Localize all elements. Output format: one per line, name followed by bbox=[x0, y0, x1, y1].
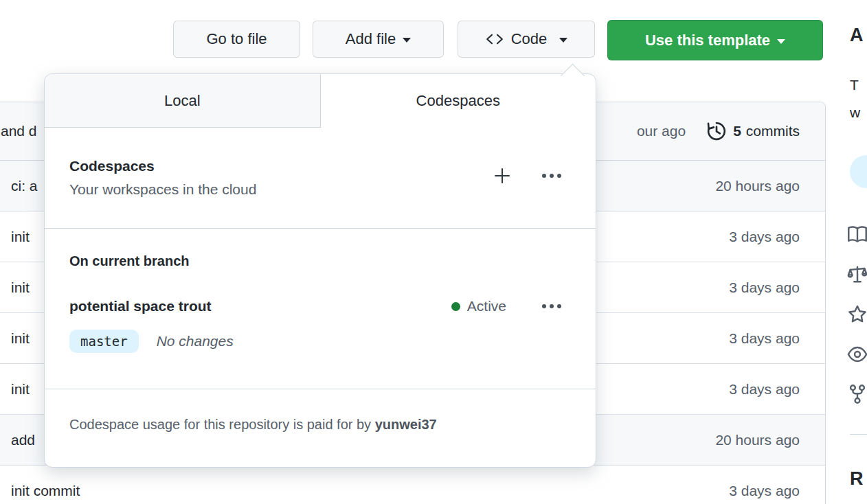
codespace-name-link[interactable]: potential space trout bbox=[69, 298, 451, 314]
commit-time: 3 days ago bbox=[729, 381, 800, 398]
commit-time: 20 hours ago bbox=[715, 178, 800, 194]
status-label: Active bbox=[467, 298, 506, 314]
dropdown-tabs: Local Codespaces bbox=[45, 74, 596, 128]
chevron-down-icon bbox=[403, 38, 411, 43]
add-file-label: Add file bbox=[346, 30, 396, 48]
codespaces-kebab-icon[interactable] bbox=[542, 174, 561, 178]
chevron-down-icon bbox=[777, 39, 785, 44]
no-changes-label: No changes bbox=[157, 333, 234, 350]
codespace-kebab-icon[interactable] bbox=[542, 304, 571, 308]
go-to-file-label: Go to file bbox=[206, 30, 267, 48]
tab-local[interactable]: Local bbox=[45, 74, 321, 128]
sidebar-divider bbox=[850, 434, 867, 435]
codespace-usage-footer: Codespace usage for this repository is p… bbox=[45, 389, 596, 433]
code-icon bbox=[485, 34, 504, 45]
history-icon bbox=[706, 121, 727, 141]
commits-count-link[interactable]: 5 bbox=[733, 123, 741, 139]
commit-message-link[interactable]: init commit bbox=[11, 483, 729, 499]
topic-tag[interactable] bbox=[850, 155, 867, 188]
commit-time: 3 days ago bbox=[729, 483, 800, 499]
go-to-file-button[interactable]: Go to file bbox=[173, 21, 300, 58]
commits-label[interactable]: commits bbox=[746, 123, 800, 139]
license-scales-icon[interactable] bbox=[847, 264, 867, 285]
github-repo-page: and d our ago 5 commits ci: a20 hours ag… bbox=[0, 0, 867, 504]
on-current-branch-label: On current branch bbox=[69, 253, 571, 269]
usage-text: Codespace usage for this repository is p… bbox=[69, 417, 371, 432]
commit-time: 20 hours ago bbox=[715, 432, 800, 448]
code-button[interactable]: Code bbox=[458, 21, 595, 58]
eye-icon[interactable] bbox=[847, 344, 867, 365]
new-codespace-plus-icon[interactable] bbox=[491, 165, 513, 187]
codespaces-title: Codespaces bbox=[69, 158, 491, 174]
commit-time: 3 days ago bbox=[729, 330, 800, 347]
table-row: init commit3 days ago bbox=[0, 466, 825, 504]
codespaces-subtitle: Your workspaces in the cloud bbox=[69, 181, 491, 198]
code-dropdown-panel: Local Codespaces Codespaces Your workspa… bbox=[44, 73, 596, 468]
star-icon[interactable] bbox=[847, 304, 867, 325]
branch-badge: master bbox=[69, 330, 139, 353]
latest-commit-time: our ago bbox=[637, 123, 686, 139]
readme-icon[interactable] bbox=[847, 225, 867, 245]
usage-owner: yunwei37 bbox=[375, 417, 437, 432]
repo-description-line2: w bbox=[850, 104, 860, 121]
tab-codespaces[interactable]: Codespaces bbox=[321, 74, 596, 128]
repo-description-line1: T bbox=[850, 77, 859, 93]
fork-icon[interactable] bbox=[847, 384, 867, 404]
commit-time: 3 days ago bbox=[729, 279, 800, 296]
code-label: Code bbox=[511, 30, 548, 48]
use-this-template-label: Use this template bbox=[645, 32, 770, 49]
use-this-template-button[interactable]: Use this template bbox=[607, 20, 823, 60]
status-dot-icon bbox=[451, 302, 460, 311]
codespace-status: Active bbox=[451, 298, 506, 314]
about-heading: A bbox=[850, 25, 864, 46]
add-file-button[interactable]: Add file bbox=[313, 21, 444, 58]
chevron-down-icon bbox=[559, 38, 567, 43]
releases-heading: R bbox=[850, 468, 864, 490]
commit-time: 3 days ago bbox=[729, 229, 800, 245]
